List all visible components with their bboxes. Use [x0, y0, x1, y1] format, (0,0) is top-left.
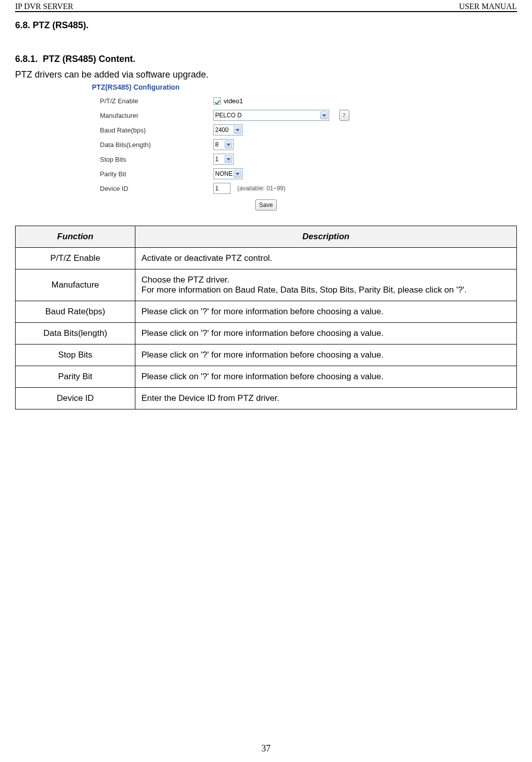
th-description: Description: [135, 226, 517, 248]
chevron-down-icon: [224, 155, 232, 163]
cell-function: Stop Bits: [16, 344, 135, 366]
table-row: P/T/Z Enable Activate or deactivate PTZ …: [16, 248, 517, 269]
cell-description: Please click on '?' for more information…: [135, 301, 517, 323]
chevron-down-icon: [320, 111, 328, 119]
chevron-down-icon: [234, 126, 241, 134]
label-parity-bit: Parity Bit: [100, 170, 213, 178]
select-manufacturer-value: PELCO D: [215, 112, 242, 119]
select-stop-bits-value: 1: [215, 156, 219, 163]
select-data-bits[interactable]: 8: [213, 139, 234, 150]
row-manufacturer: Manufacturer PELCO D ?: [90, 108, 442, 122]
chevron-down-icon: [234, 170, 241, 178]
label-stop-bits: Stop Bits: [100, 156, 213, 163]
config-title: PTZ(RS485) Configuration: [90, 81, 442, 93]
save-button[interactable]: Save: [255, 199, 277, 211]
header-left: IP DVR SERVER: [15, 2, 73, 11]
label-device-id: Device ID: [100, 185, 213, 192]
cell-description: Choose the PTZ driver.For more informati…: [135, 269, 517, 301]
row-parity-bit: Parity Bit NONE: [90, 166, 442, 181]
select-manufacturer[interactable]: PELCO D: [213, 110, 329, 121]
cell-function: Data Bits(length): [16, 323, 135, 344]
cell-description: Please click on '?' for more information…: [135, 366, 517, 388]
page-number: 37: [0, 743, 532, 754]
select-parity-bit-value: NONE: [215, 170, 233, 177]
hint-device-id: (available: 01~99): [238, 185, 286, 192]
input-device-id[interactable]: 1: [213, 183, 231, 194]
section-number: 6.8.: [15, 20, 30, 30]
label-ptz-enable: P/T/Z Enable: [100, 97, 213, 105]
row-baud-rate: Baud Rate(bps) 2400: [90, 122, 442, 137]
checkbox-ptz-enable[interactable]: [213, 97, 221, 105]
cell-function: Parity Bit: [16, 366, 135, 388]
page-header: IP DVR SERVER USER MANUAL: [15, 2, 517, 12]
row-data-bits: Data Bits(Length) 8: [90, 137, 442, 152]
subsection-title: PTZ (RS485) Content.: [43, 54, 135, 64]
intro-text: PTZ drivers can be added via software up…: [15, 70, 517, 80]
select-data-bits-value: 8: [215, 141, 219, 148]
table-row: Device ID Enter the Device ID from PTZ d…: [16, 388, 517, 409]
select-baud-rate-value: 2400: [215, 126, 229, 133]
table-row: Manufacture Choose the PTZ driver.For mo…: [16, 269, 517, 301]
table-row: Parity Bit Please click on '?' for more …: [16, 366, 517, 388]
description-table: Function Description P/T/Z Enable Activa…: [15, 226, 517, 409]
cell-function: P/T/Z Enable: [16, 248, 135, 269]
ptz-config-panel: PTZ(RS485) Configuration P/T/Z Enable vi…: [90, 81, 442, 211]
section-heading: 6.8. PTZ (RS485).: [15, 20, 517, 31]
table-row: Baud Rate(bps) Please click on '?' for m…: [16, 301, 517, 323]
row-ptz-enable: P/T/Z Enable video1: [90, 93, 442, 108]
row-stop-bits: Stop Bits 1: [90, 152, 442, 166]
label-data-bits: Data Bits(Length): [100, 141, 213, 149]
select-parity-bit[interactable]: NONE: [213, 168, 243, 179]
header-right: USER MANUAL: [459, 2, 517, 11]
th-function: Function: [16, 226, 135, 248]
label-manufacturer: Manufacturer: [100, 112, 213, 119]
subsection-number: 6.8.1.: [15, 54, 38, 64]
select-baud-rate[interactable]: 2400: [213, 124, 243, 135]
value-ptz-enable: video1: [224, 97, 243, 105]
cell-description: Activate or deactivate PTZ control.: [135, 248, 517, 269]
select-stop-bits[interactable]: 1: [213, 154, 234, 165]
help-button[interactable]: ?: [339, 110, 349, 121]
table-row: Data Bits(length) Please click on '?' fo…: [16, 323, 517, 344]
subsection-heading: 6.8.1. PTZ (RS485) Content.: [15, 54, 517, 64]
cell-description: Please click on '?' for more information…: [135, 323, 517, 344]
table-row: Stop Bits Please click on '?' for more i…: [16, 344, 517, 366]
chevron-down-icon: [224, 141, 232, 149]
cell-function: Manufacture: [16, 269, 135, 301]
cell-function: Baud Rate(bps): [16, 301, 135, 323]
cell-description: Enter the Device ID from PTZ driver.: [135, 388, 517, 409]
label-baud-rate: Baud Rate(bps): [100, 126, 213, 134]
cell-description: Please click on '?' for more information…: [135, 344, 517, 366]
section-title: PTZ (RS485).: [33, 20, 89, 30]
row-device-id: Device ID 1 (available: 01~99): [90, 181, 442, 195]
cell-function: Device ID: [16, 388, 135, 409]
